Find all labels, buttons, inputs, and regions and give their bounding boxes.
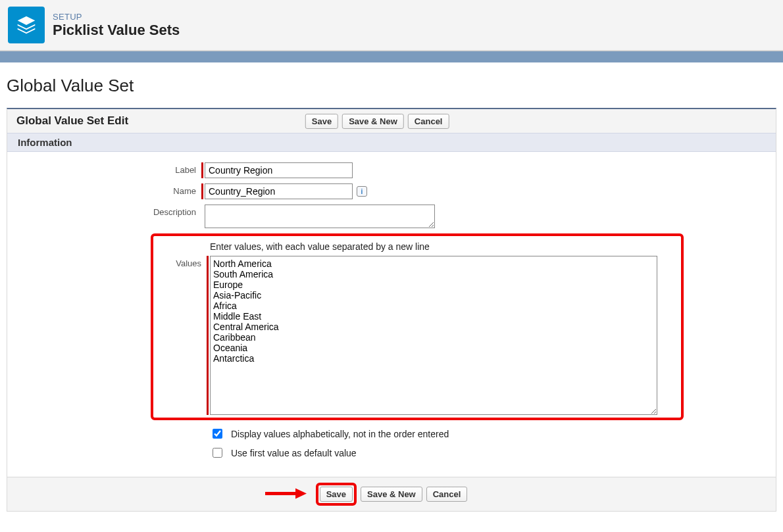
values-hint: Enter values, with each value separated … [210,241,430,256]
values-label: Values [156,256,207,268]
alpha-checkbox[interactable] [213,429,222,439]
row-default: Use first value as default value [7,443,776,462]
required-indicator [201,162,203,178]
row-description: Description [7,202,776,231]
cancel-button-bottom[interactable]: Cancel [426,487,468,502]
label-label: Label [7,162,201,175]
form-area: Label Name i Description [7,152,776,477]
values-spacer [156,241,207,244]
row-label: Label [7,160,776,181]
save-new-button[interactable]: Save & New [342,114,404,129]
save-highlight-box: Save [316,483,357,506]
arrow-annotation [264,486,307,502]
setup-label: SETUP [53,12,180,22]
alpha-label: Display values alphabetically, not in th… [231,429,449,439]
name-input[interactable] [205,183,353,199]
edit-panel: Global Value Set Edit Save Save & New Ca… [7,108,776,512]
save-new-button-bottom[interactable]: Save & New [361,487,422,502]
bottom-button-row: Save Save & New Cancel [7,477,776,511]
name-label: Name [7,183,201,196]
top-button-row: Save Save & New Cancel [305,114,449,129]
save-button[interactable]: Save [305,114,338,129]
section-information: Information [7,133,776,152]
save-button-bottom[interactable]: Save [320,487,353,502]
label-input[interactable] [205,162,353,178]
row-alpha: Display values alphabetically, not in th… [7,424,776,443]
description-input[interactable] [205,205,435,228]
row-name: Name i [7,181,776,202]
layers-icon [8,7,45,43]
setup-header: SETUP Picklist Value Sets [0,0,783,51]
svg-marker-1 [295,488,307,498]
panel-header: Global Value Set Edit Save Save & New Ca… [7,109,776,133]
values-textarea[interactable] [210,256,657,415]
required-indicator [207,256,209,415]
content-title: Global Value Set [7,76,776,96]
edit-title: Global Value Set Edit [16,114,128,128]
default-checkbox[interactable] [213,448,222,458]
cancel-button[interactable]: Cancel [408,114,449,129]
required-indicator [201,183,203,199]
page-title: Picklist Value Sets [53,22,180,39]
info-icon[interactable]: i [357,186,367,197]
default-label: Use first value as default value [231,448,357,458]
description-label: Description [7,205,201,217]
values-highlight-box: Enter values, with each value separated … [151,233,684,420]
decorative-strip [0,51,783,62]
header-text: SETUP Picklist Value Sets [53,12,180,39]
